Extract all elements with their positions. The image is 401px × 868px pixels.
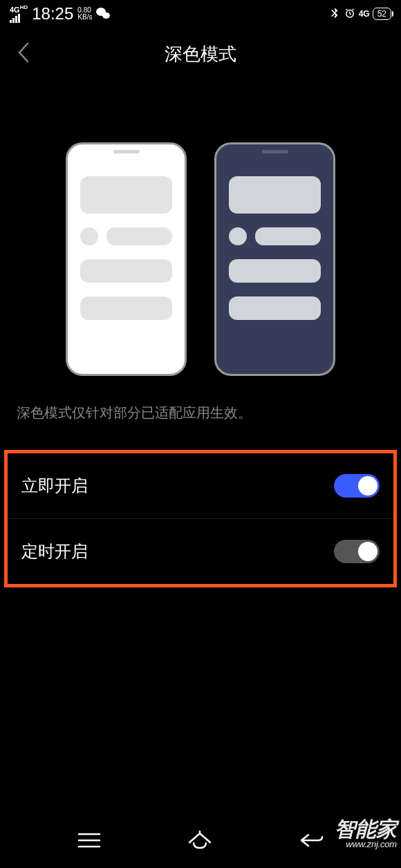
menu-button[interactable] [77, 831, 101, 849]
status-right: 4G 52 [328, 7, 391, 21]
watermark-url: www.znj.com [346, 840, 397, 849]
bluetooth-icon [328, 7, 341, 21]
battery-indicator: 52 [373, 8, 391, 20]
status-left: 4GHD 18:25 0.80 KB/s [10, 4, 110, 23]
page-header: 深色模式 [0, 32, 401, 76]
home-button[interactable] [187, 830, 213, 851]
page-title: 深色模式 [0, 42, 401, 66]
wechat-icon [96, 8, 110, 20]
enable-now-label: 立即开启 [21, 475, 88, 497]
description-text: 深色模式仅针对部分已适配应用生效。 [0, 376, 401, 422]
back-button[interactable] [17, 41, 30, 67]
network-sub: HD [20, 4, 28, 10]
scheduled-row: 定时开启 [8, 519, 393, 584]
scheduled-label: 定时开启 [21, 540, 88, 563]
status-bar: 4GHD 18:25 0.80 KB/s 4G 52 [0, 0, 401, 28]
clock-time: 18:25 [32, 4, 73, 23]
network-label: 4G [10, 5, 20, 13]
watermark: 智能家 www.znj.com [335, 819, 397, 849]
light-mode-preview[interactable] [66, 142, 187, 376]
enable-now-row: 立即开启 [8, 453, 393, 519]
network-indicator: 4GHD [10, 5, 28, 23]
back-nav-button[interactable] [299, 831, 324, 850]
alarm-icon [344, 7, 356, 21]
scheduled-toggle[interactable] [334, 540, 380, 563]
watermark-text: 智能家 [335, 819, 397, 840]
enable-now-toggle[interactable] [334, 474, 380, 498]
theme-previews [0, 142, 401, 376]
cellular-4g-icon: 4G [359, 9, 370, 19]
highlighted-settings: 立即开启 定时开启 [4, 450, 397, 587]
signal-bars-icon [10, 13, 28, 23]
network-speed: 0.80 KB/s [77, 7, 92, 21]
dark-mode-preview[interactable] [214, 142, 335, 376]
